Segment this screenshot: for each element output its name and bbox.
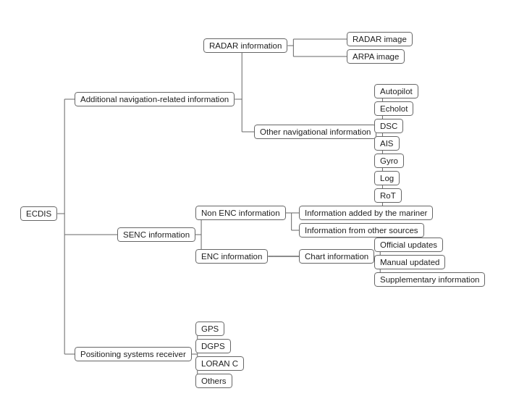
info-mariner-node: Information added by the mariner: [299, 206, 433, 220]
gps-node: GPS: [195, 322, 224, 336]
loran-node: LORAN C: [195, 356, 244, 371]
ais-node: AIS: [374, 136, 400, 151]
radar-image-node: RADAR image: [347, 32, 413, 46]
senc-node: SENC information: [117, 227, 195, 242]
others-node: Others: [195, 374, 232, 388]
supplementary-node: Supplementary information: [374, 272, 485, 287]
additional-nav-node: Additional navigation-related informatio…: [75, 92, 235, 106]
chart-info-node: Chart information: [299, 249, 374, 264]
dgps-node: DGPS: [195, 339, 231, 353]
official-updates-node: Official updates: [374, 238, 443, 252]
gyro-node: Gyro: [374, 154, 404, 168]
ecdis-node: ECDIS: [20, 206, 57, 221]
enc-info-node: ENC information: [195, 249, 268, 264]
non-enc-node: Non ENC information: [195, 206, 286, 220]
radar-info-node: RADAR information: [203, 38, 287, 53]
log-node: Log: [374, 171, 400, 185]
manual-updated-node: Manual updated: [374, 255, 445, 269]
arpa-image-node: ARPA image: [347, 49, 405, 64]
autopilot-node: Autopilot: [374, 84, 418, 98]
positioning-node: Positioning systems receiver: [75, 347, 192, 361]
echolot-node: Echolot: [374, 101, 413, 116]
rot-node: RoT: [374, 188, 402, 203]
info-other-node: Information from other sources: [299, 223, 424, 238]
other-nav-node: Other navigational information: [254, 125, 376, 139]
dsc-node: DSC: [374, 119, 403, 133]
